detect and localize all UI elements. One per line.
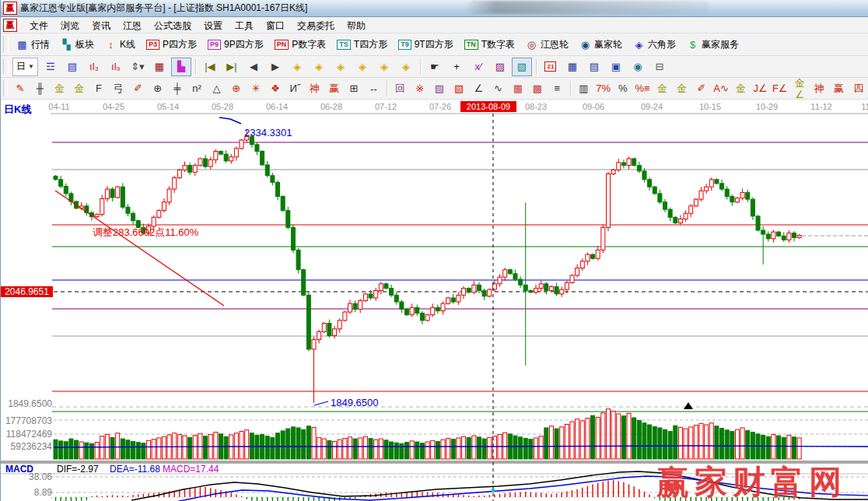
- title-bar[interactable]: 赢 赢家江恩专业版[赢家内部服务平台] - [上证指数 SH1A0001-167…: [1, 0, 868, 17]
- calendar-21-icon[interactable]: 21: [541, 58, 561, 76]
- gold-levels-icon[interactable]: 金: [673, 79, 691, 98]
- shen-grid-icon[interactable]: 神: [306, 79, 324, 98]
- gann-diamond-right-icon[interactable]: ◈: [309, 58, 329, 76]
- time-grid-icon[interactable]: ╫: [31, 79, 49, 98]
- j-angle-icon[interactable]: J∠: [751, 79, 769, 98]
- last-bar-icon[interactable]: ▶|: [222, 58, 242, 76]
- wave-mark-icon[interactable]: И˝: [286, 79, 304, 98]
- gold-line-icon[interactable]: 金: [732, 79, 750, 98]
- menu-item-3[interactable]: 江恩: [117, 19, 148, 33]
- p9-square-button[interactable]: P99P四方形: [202, 37, 269, 53]
- print-icon[interactable]: ⊟: [649, 58, 670, 76]
- bars9-icon[interactable]: ıl₉: [106, 58, 126, 76]
- period-selector[interactable]: 日▼: [12, 58, 38, 76]
- box-fan-icon[interactable]: ▧: [450, 79, 467, 98]
- menu-item-5[interactable]: 设置: [198, 19, 229, 33]
- menu-item-9[interactable]: 帮助: [341, 19, 372, 33]
- n-square-icon[interactable]: n²: [188, 79, 206, 98]
- angle-knife-icon[interactable]: ✐: [129, 79, 147, 98]
- gann-diamond-star-icon[interactable]: ◈: [374, 58, 394, 76]
- shen-angle-icon[interactable]: 神: [810, 79, 828, 98]
- export-disk-icon[interactable]: ◉: [628, 58, 648, 76]
- si-angle-icon[interactable]: 四: [849, 79, 867, 98]
- gann-diamond-left-icon[interactable]: ◈: [287, 58, 307, 76]
- red-mesh-icon[interactable]: ▦: [509, 79, 527, 98]
- gold-circle-icon[interactable]: 金: [653, 79, 671, 98]
- hexagon-button[interactable]: ◈六角形: [628, 37, 681, 53]
- pane-divider[interactable]: [1, 461, 868, 464]
- menu-item-7[interactable]: 窗口: [260, 19, 291, 33]
- measure-line-icon[interactable]: x∕: [468, 58, 488, 76]
- fib-grid-icon[interactable]: F: [89, 79, 107, 98]
- menu-item-0[interactable]: 文件: [23, 19, 54, 33]
- chart-canvas[interactable]: 04-1104-2505-1405-2806-1406-2807-1207-26…: [1, 100, 868, 501]
- menu-item-4[interactable]: 公式选股: [148, 19, 198, 33]
- menu-item-1[interactable]: 浏览: [54, 19, 86, 33]
- kline-button[interactable]: ↕K线: [100, 37, 141, 53]
- prev-bar-icon[interactable]: ◀: [243, 58, 264, 76]
- gann-diamond-h-icon[interactable]: ◈: [331, 58, 351, 76]
- t-number-table-button[interactable]: TNT数字表: [459, 37, 520, 53]
- wave-ab-icon[interactable]: A∿: [712, 79, 730, 98]
- span-arrow-icon[interactable]: ↔: [365, 79, 383, 98]
- knife-levels-icon[interactable]: ✐: [692, 79, 710, 98]
- f-angle-icon[interactable]: F∠: [771, 79, 789, 98]
- toolbar-grip[interactable]: [3, 80, 8, 97]
- circle-cycle-icon[interactable]: ⊕: [149, 79, 166, 98]
- fan-lines-icon[interactable]: ※: [411, 79, 429, 98]
- color-histogram-icon[interactable]: ▙: [171, 58, 191, 76]
- gann-knife-icon[interactable]: ✎: [11, 79, 29, 98]
- ruler-123-icon[interactable]: ⊞: [345, 79, 362, 98]
- fan-grid-icon[interactable]: ▨: [430, 79, 448, 98]
- seven-pct-icon[interactable]: 7%: [594, 79, 612, 98]
- gann-diamond-v-icon[interactable]: ◈: [352, 58, 373, 76]
- gann-diamond-target-icon[interactable]: ◈: [396, 58, 416, 76]
- square-frame-icon[interactable]: 回: [391, 79, 409, 98]
- winner-wheel-button[interactable]: ◉赢家轮: [574, 37, 628, 53]
- gold-angle-icon[interactable]: 金∠: [790, 79, 808, 98]
- triple-line-icon[interactable]: ≡: [548, 79, 566, 98]
- protractor-icon[interactable]: △: [208, 79, 226, 98]
- gold-ratio2-icon[interactable]: 金: [70, 79, 88, 98]
- gann-target-icon[interactable]: ⊕: [227, 79, 245, 98]
- p-square-button[interactable]: P3P四方形: [141, 37, 202, 53]
- gold-ratio-icon[interactable]: 金: [51, 79, 68, 98]
- notes-icon[interactable]: ▤: [584, 58, 604, 76]
- first-bar-icon[interactable]: |◀: [200, 58, 220, 76]
- time-ruler-icon[interactable]: ╪: [168, 79, 186, 98]
- zigzag-icon[interactable]: ∿: [489, 79, 507, 98]
- market-quotes-button[interactable]: ▦行情: [11, 37, 55, 53]
- candle-style-icon[interactable]: ⇕▾: [128, 58, 148, 76]
- toolbar-grip[interactable]: [3, 58, 9, 75]
- column-diagram-icon[interactable]: ▥: [575, 79, 593, 98]
- gann-wheel-button[interactable]: ◎江恩轮: [520, 37, 574, 53]
- ying-angle-icon[interactable]: 赢: [830, 79, 848, 98]
- pan-hand-icon[interactable]: ☛: [425, 58, 445, 76]
- angle-line-icon[interactable]: ∠: [470, 79, 488, 98]
- t9-square-button[interactable]: T99T四方形: [393, 37, 459, 53]
- save-icon[interactable]: ▣: [606, 58, 626, 76]
- menu-item-6[interactable]: 工具: [229, 19, 260, 33]
- info-panel-icon[interactable]: ▤: [62, 58, 82, 76]
- purple-pattern-icon[interactable]: ▨: [490, 58, 510, 76]
- spider-web-icon[interactable]: ✳: [247, 79, 264, 98]
- trend-line[interactable]: [55, 191, 224, 306]
- percent-icon[interactable]: %: [614, 79, 632, 98]
- next-bar-icon[interactable]: ▶: [265, 58, 285, 76]
- teal-pattern-icon[interactable]: ▧: [512, 58, 532, 76]
- bars3-icon[interactable]: ıl₃: [84, 58, 104, 76]
- toolbar-grip[interactable]: [3, 36, 9, 53]
- percent-levels-icon[interactable]: %≡: [633, 79, 651, 98]
- pattern-box-icon[interactable]: ▦: [149, 58, 170, 76]
- p-number-table-button[interactable]: PNP数字表: [269, 37, 332, 53]
- crosshair-icon[interactable]: +: [446, 58, 467, 76]
- ying-grid-icon[interactable]: 赢: [325, 79, 343, 98]
- menu-item-8[interactable]: 交易委托: [291, 19, 341, 33]
- t-square-button[interactable]: TST四方形: [331, 37, 393, 53]
- sector-blocks-button[interactable]: ▚板块: [55, 37, 100, 53]
- web-box-icon[interactable]: ❖: [266, 79, 284, 98]
- red-mesh2-icon[interactable]: ▩: [528, 79, 546, 98]
- winner-service-button[interactable]: $赢家服务: [681, 37, 744, 53]
- calculator-icon[interactable]: ▦: [562, 58, 583, 76]
- spiral-icon[interactable]: 弓: [110, 79, 128, 98]
